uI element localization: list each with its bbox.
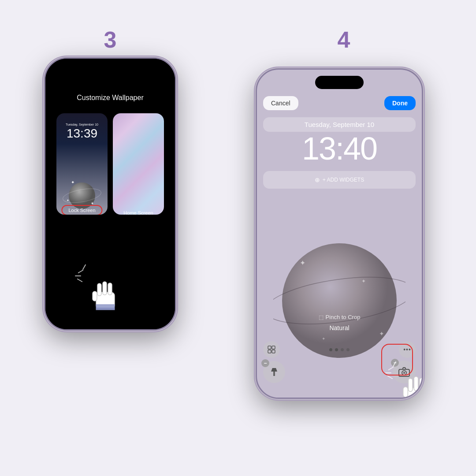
lock-time: 13:39: [56, 126, 108, 141]
svg-rect-29: [414, 376, 418, 390]
crop-icon: ⬚: [319, 314, 324, 320]
wallpaper-options: Tuesday, September 10 13:39 ✦ ✦ ✦: [49, 113, 171, 215]
cancel-button[interactable]: Cancel: [263, 96, 298, 110]
phone-3: Customize Wallpaper Tuesday, September 1…: [44, 57, 176, 331]
dots-indicator: [329, 348, 350, 351]
svg-point-12: [282, 243, 397, 358]
svg-rect-19: [272, 346, 275, 349]
svg-rect-9: [93, 291, 97, 301]
svg-rect-7: [103, 282, 107, 295]
step-4-number: 4: [338, 26, 350, 53]
svg-text:✦: ✦: [379, 330, 384, 337]
svg-text:✦: ✦: [71, 180, 74, 185]
time-display: 13:40: [263, 130, 416, 167]
svg-rect-23: [273, 372, 275, 376]
svg-rect-18: [268, 346, 271, 349]
phone3-screen: Customize Wallpaper Tuesday, September 1…: [45, 59, 175, 329]
hand-icon-4: [400, 374, 423, 399]
phone-4: ✦ ✦ ✦ ✦ Cancel Done Tuesday, September 1…: [256, 68, 423, 399]
svg-rect-30: [420, 378, 423, 391]
svg-text:✦: ✦: [322, 336, 325, 341]
hand-icon-3: [89, 279, 120, 314]
hand-cursor-4: [400, 374, 423, 399]
hand-cursor-3: [89, 279, 120, 316]
customize-wallpaper-label: Customize Wallpaper: [77, 94, 143, 102]
dot-1: [329, 348, 332, 351]
svg-rect-11: [96, 308, 115, 310]
svg-text:✦: ✦: [67, 199, 69, 202]
date-pill: Tuesday, September 10: [263, 117, 416, 132]
bottom-icons: − −: [263, 361, 416, 383]
dynamic-island-4: [315, 76, 364, 89]
flashlight-icon: [269, 367, 279, 377]
svg-rect-28: [408, 379, 413, 392]
flashlight-button[interactable]: −: [263, 361, 285, 383]
svg-rect-31: [403, 387, 408, 397]
lock-date: Tuesday, September 10: [56, 123, 108, 126]
svg-rect-21: [272, 350, 275, 353]
gallery-icon-button[interactable]: [263, 341, 280, 358]
dot-3: [341, 348, 344, 351]
flashlight-minus: −: [261, 359, 269, 367]
lock-screen-card[interactable]: Tuesday, September 10 13:39 ✦ ✦ ✦: [56, 113, 108, 215]
svg-rect-6: [97, 283, 101, 296]
phone4-top-bar: Cancel Done: [263, 96, 416, 110]
pinch-to-crop-label: ⬚ Pinch to Crop: [319, 314, 361, 320]
camera-highlight-box: [381, 344, 413, 376]
step-3-number: 3: [104, 26, 117, 53]
add-widgets-pill[interactable]: ⊕ + ADD WIDGETS: [263, 171, 416, 189]
dot-2: [335, 348, 338, 351]
home-screen-label: Home Screen: [123, 210, 153, 215]
dynamic-island-3: [86, 65, 134, 78]
gallery-icon: [268, 346, 275, 353]
done-button[interactable]: Done: [384, 96, 416, 110]
svg-rect-8: [108, 283, 112, 295]
lock-screen-label[interactable]: Lock Screen: [61, 205, 102, 215]
svg-text:✦: ✦: [300, 259, 305, 267]
date-text: Tuesday, September 10: [305, 121, 374, 128]
svg-text:✦: ✦: [361, 278, 366, 284]
home-screen-card[interactable]: Home Screen: [113, 113, 164, 215]
svg-rect-20: [268, 350, 271, 353]
add-widgets-label: + ADD WIDGETS: [323, 177, 364, 183]
natural-label: Natural: [329, 324, 349, 331]
plus-icon: ⊕: [315, 176, 320, 183]
dot-4: [346, 348, 350, 351]
